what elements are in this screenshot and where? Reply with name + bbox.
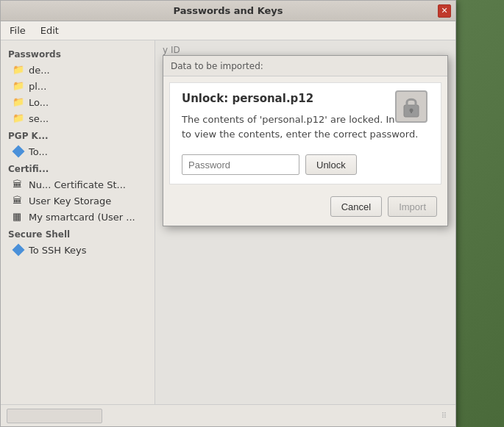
menu-bar: File Edit	[1, 21, 455, 40]
diamond-icon	[13, 146, 24, 157]
import-button[interactable]: Import	[388, 196, 437, 217]
folder-icon: 📁	[13, 64, 24, 76]
sidebar-item-label: Lo...	[29, 97, 49, 108]
sidebar-item-nss-cert[interactable]: 🏛 Nu... Certificate St...	[1, 176, 155, 193]
folder-icon: 📁	[13, 80, 24, 92]
grid-icon: ▦	[13, 211, 24, 223]
dialog-description: The contents of 'personal.p12' are locke…	[182, 112, 429, 141]
lock-svg	[401, 95, 422, 118]
lock-icon	[395, 90, 427, 123]
sidebar: Passwords 📁 de... 📁 pl... 📁 Lo... 📁 se..…	[1, 40, 155, 404]
sidebar-item-label: de...	[29, 65, 50, 76]
app-content: Passwords 📁 de... 📁 pl... 📁 Lo... 📁 se..…	[1, 40, 455, 404]
import-dialog: Data to be imported:	[163, 55, 448, 226]
cancel-button[interactable]: Cancel	[330, 196, 382, 217]
folder-icon: 📁	[13, 96, 24, 108]
folder-icon: 📁	[13, 112, 24, 124]
sidebar-section-pgp: PGP K...	[1, 126, 155, 143]
sidebar-item-smartcard[interactable]: ▦ My smartcard (User ...	[1, 209, 155, 225]
certificate-icon: 🏛	[13, 195, 24, 207]
sidebar-item-lo[interactable]: 📁 Lo...	[1, 94, 155, 110]
menu-file[interactable]: File	[7, 24, 29, 37]
sidebar-item-user-key[interactable]: 🏛 User Key Storage	[1, 193, 155, 209]
sidebar-item-ssh-keys[interactable]: To SSH Keys	[1, 242, 155, 258]
bottom-bar: ⠿	[1, 404, 455, 426]
sidebar-item-pgp-to[interactable]: To...	[1, 143, 155, 159]
sidebar-item-label: To...	[29, 146, 48, 157]
search-input[interactable]	[7, 409, 102, 423]
sidebar-section-certs: Certifi...	[1, 159, 155, 176]
title-bar: Passwords and Keys ✕	[1, 1, 455, 21]
dialog-header: Data to be imported:	[163, 56, 447, 76]
sidebar-section-passwords: Passwords	[1, 45, 155, 62]
dialog-title: Unlock: personal.p12	[182, 92, 429, 105]
lock-icon-container	[395, 90, 430, 126]
sidebar-section-ssh: Secure Shell	[1, 225, 155, 242]
sidebar-item-label: User Key Storage	[29, 195, 111, 207]
app-window: Passwords and Keys ✕ File Edit Passwords…	[0, 0, 456, 427]
sidebar-item-label: Nu... Certificate St...	[29, 179, 126, 190]
svg-rect-2	[411, 110, 412, 113]
sidebar-item-label: My smartcard (User ...	[29, 212, 135, 223]
resize-grip: ⠿	[441, 412, 450, 420]
sidebar-item-se[interactable]: 📁 se...	[1, 110, 155, 126]
certificate-icon: 🏛	[13, 179, 24, 190]
unlock-button[interactable]: Unlock	[305, 154, 357, 175]
diamond-icon	[13, 244, 24, 256]
close-button[interactable]: ✕	[438, 4, 451, 18]
dialog-body: Unlock: personal.p12 The contents of 'pe…	[169, 82, 441, 184]
dialog-footer: Cancel Import	[163, 190, 447, 226]
dialog-header-text: Data to be imported:	[171, 61, 263, 71]
sidebar-item-de[interactable]: 📁 de...	[1, 62, 155, 78]
menu-edit[interactable]: Edit	[38, 24, 62, 37]
sidebar-item-label: se...	[29, 113, 49, 124]
main-area: y ID Data to be imported:	[155, 40, 455, 404]
sidebar-item-label: To SSH Keys	[29, 245, 87, 256]
dialog-input-row: Unlock	[182, 154, 429, 175]
window-title: Passwords and Keys	[18, 5, 438, 16]
sidebar-item-pl[interactable]: 📁 pl...	[1, 78, 155, 94]
dialog-overlay: Data to be imported:	[155, 40, 455, 404]
password-input[interactable]	[182, 154, 299, 175]
sidebar-item-label: pl...	[29, 81, 46, 92]
